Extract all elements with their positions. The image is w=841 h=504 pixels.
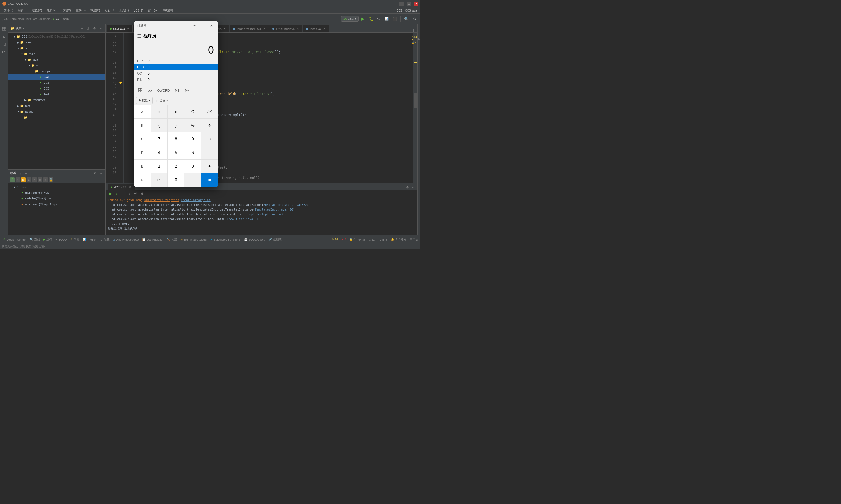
tree-item-cc6-file[interactable]: ● CC6 <box>8 86 105 91</box>
tree-item-org[interactable]: ▾ 📁 org <box>8 62 105 68</box>
minimize-panel-icon[interactable]: − <box>410 185 415 190</box>
calc-btn-0[interactable]: 0 <box>168 173 185 187</box>
tree-item-example[interactable]: ▾ 📁 example <box>8 68 105 74</box>
coverage-button[interactable]: 🛡 <box>375 15 382 22</box>
status-log-analyzer[interactable]: 📋 Log Analyzer <box>142 238 164 241</box>
status-soql[interactable]: 💾 SOQL Query <box>244 238 265 241</box>
calc-btn-add[interactable]: + <box>201 160 218 173</box>
calc-btn-C[interactable]: C <box>134 132 151 146</box>
minimize-button[interactable]: — <box>399 2 404 6</box>
scrollbar-thumb[interactable] <box>414 93 417 108</box>
calc-btn-3[interactable]: 3 <box>185 160 201 173</box>
collapse-all-button[interactable]: ≡ <box>79 26 84 31</box>
method-icon[interactable]: m <box>21 177 26 182</box>
calc-convert-icon[interactable] <box>145 86 154 95</box>
stack-link-4[interactable]: TrAXFilter.java:64 <box>227 217 258 221</box>
locate-file-button[interactable]: ◎ <box>85 26 91 31</box>
menu-window[interactable]: 窗口(W) <box>146 8 160 13</box>
calc-btn-multiply[interactable]: × <box>201 132 218 146</box>
gear-icon[interactable]: ⚙ <box>92 26 97 31</box>
calc-btn-5[interactable]: 5 <box>168 146 185 160</box>
expand-all-button[interactable]: ≡ <box>24 171 28 176</box>
sidebar-structure-icon[interactable] <box>1 49 8 56</box>
debug-button[interactable]: 🐛 <box>367 15 375 22</box>
menu-run[interactable]: 运行(U) <box>103 8 117 13</box>
inner-class-icon[interactable]: c <box>27 177 31 182</box>
calc-btn-9[interactable]: 9 <box>185 132 201 146</box>
calc-btn-8[interactable]: 8 <box>168 132 185 146</box>
stack-link-3[interactable]: TemplatesImpl.java:486 <box>246 213 285 216</box>
sort-alpha-button[interactable]: ↕ <box>18 171 23 176</box>
struct-item-serialize[interactable]: ● serialize(Object): void <box>8 196 105 201</box>
calc-ms-button[interactable]: MS <box>173 86 182 95</box>
rerun-button[interactable]: ▶ <box>108 191 113 196</box>
calc-btn-equals[interactable]: = <box>201 173 218 187</box>
calc-btn-4[interactable]: 4 <box>151 146 168 160</box>
panel-close-icon[interactable]: − <box>98 26 103 31</box>
menu-help[interactable]: 帮助(H) <box>161 8 175 13</box>
calc-hex-row[interactable]: HEX 0 <box>137 58 215 64</box>
gear-icon[interactable]: ⚙ <box>92 170 98 176</box>
inherited-icon[interactable]: ↑ <box>43 177 48 182</box>
print-button[interactable]: 🖨 <box>139 191 144 196</box>
breadcrumb-main[interactable]: main <box>18 17 24 20</box>
calc-bin-row[interactable]: BIN 0 <box>137 77 215 83</box>
stop-button[interactable]: ⬛ <box>391 15 398 22</box>
menu-view[interactable]: 视图(V) <box>30 8 44 13</box>
search-button[interactable]: 🔍 <box>402 15 410 22</box>
tree-item-cc1-root[interactable]: ▾ 📁 CC1 D:\JAVA\IDEA\IntelliJ IDEA 2021.… <box>8 34 105 39</box>
calc-btn-2[interactable]: 2 <box>168 160 185 173</box>
tab-cc3[interactable]: CC3.java ✕ <box>107 25 133 32</box>
calc-hamburger-icon[interactable]: ☰ <box>137 33 141 39</box>
calc-btn-clear[interactable]: C <box>185 105 201 119</box>
status-build[interactable]: 🔨 构建 <box>167 237 177 241</box>
create-breakpoint-link[interactable]: Create breakpoint <box>181 198 210 202</box>
menu-code[interactable]: 代码(C) <box>59 8 73 13</box>
tab-traxfilter[interactable]: TrAXFilter.java ✕ <box>269 25 303 32</box>
nullpointer-link[interactable]: NullPointerException <box>144 198 179 202</box>
nonpublic-icon[interactable]: 🔒 <box>49 177 53 182</box>
sidebar-commit-icon[interactable] <box>1 33 8 40</box>
tab-close-button[interactable]: ✕ <box>126 27 130 31</box>
breadcrumb-cc3[interactable]: CC3 <box>55 17 61 20</box>
sidebar-bookmark-icon[interactable] <box>1 41 8 48</box>
calc-btn-backspace[interactable]: ⌫ <box>201 105 218 119</box>
settings-icon[interactable]: ⚙ <box>405 185 410 190</box>
branch-selector[interactable]: ⎇ CC3 ▾ <box>341 16 359 21</box>
calc-btn-lshift[interactable]: « <box>151 105 168 119</box>
structure-close-icon[interactable]: − <box>99 170 104 176</box>
tab-close-button[interactable]: ✕ <box>322 27 326 31</box>
status-run[interactable]: ▶ 运行 <box>43 237 52 241</box>
status-salesforce[interactable]: ☁ Salesforce Functions <box>210 238 241 241</box>
menu-navigate[interactable]: 导航(N) <box>45 8 58 13</box>
calc-btn-B[interactable]: B <box>134 119 151 132</box>
settings-button[interactable]: ⚙ <box>411 15 418 22</box>
menu-build[interactable]: 构建(B) <box>88 8 102 13</box>
calc-close-button[interactable]: ✕ <box>208 22 215 29</box>
status-event-log[interactable]: 事日志 <box>410 237 418 241</box>
status-line-ending[interactable]: CRLF <box>369 238 376 241</box>
scroll-end-button[interactable]: ↓ <box>114 191 119 196</box>
status-experience[interactable]: ⏱ 经验 <box>100 237 109 241</box>
calc-btn-open-paren[interactable]: ( <box>151 119 168 132</box>
breadcrumb-java[interactable]: java <box>26 17 31 20</box>
tree-item-java[interactable]: ▾ 📁 java <box>8 57 105 62</box>
calc-dec-row[interactable]: DEC 0 <box>134 64 218 70</box>
calc-btn-decimal[interactable]: . <box>185 173 201 187</box>
calc-minimize-button[interactable]: − <box>191 22 198 29</box>
status-todo[interactable]: ✓ TODO <box>55 238 67 241</box>
calc-btn-rshift[interactable]: » <box>168 105 185 119</box>
tree-item-cc3-file[interactable]: ● CC3 <box>8 80 105 86</box>
status-readonly[interactable]: 🔒 4 <box>349 238 355 241</box>
expand-icon[interactable]: ⊕ <box>38 177 42 182</box>
anon-icon[interactable]: λ <box>32 177 37 182</box>
calc-btn-subtract[interactable]: − <box>201 146 218 160</box>
calc-oct-row[interactable]: OCT 0 <box>137 70 215 77</box>
prev-error-button[interactable]: ↑ <box>120 191 126 196</box>
tab-testjava[interactable]: Test.java ✕ <box>303 25 328 32</box>
tree-item-resources[interactable]: ▶ 📁 resources <box>8 97 105 103</box>
menu-refactor[interactable]: 重构(G) <box>73 8 88 13</box>
tree-item-test-dir[interactable]: ▶ 📁 test <box>8 103 105 109</box>
struct-item-unserialize[interactable]: ● unserialize(String): Object <box>8 201 105 207</box>
calc-btn-A[interactable]: A <box>134 105 151 119</box>
